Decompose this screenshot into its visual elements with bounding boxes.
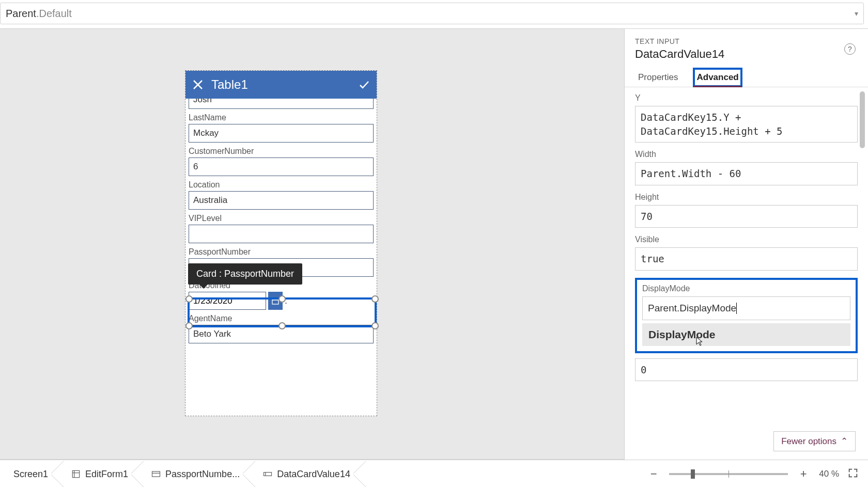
autocomplete-item[interactable]: DisplayMode: [642, 323, 850, 346]
edit-form: Table1 LastName CustomerNumber Location: [185, 70, 377, 416]
lastname-input[interactable]: [189, 124, 374, 143]
cursor-icon: [696, 337, 703, 348]
prop-label-height: Height: [635, 193, 858, 202]
viplevel-input[interactable]: [189, 225, 374, 243]
zoom-in-button[interactable]: +: [796, 467, 811, 481]
zoom-out-button[interactable]: −: [646, 467, 661, 481]
customernumber-label: CustomerNumber: [189, 147, 374, 156]
fewer-options-button[interactable]: Fewer options ⌃: [773, 431, 856, 451]
crumb-screen[interactable]: Screen1: [0, 460, 57, 488]
svg-rect-2: [152, 471, 160, 477]
properties-pane: TEXT INPUT DataCardValue14 ? Properties …: [624, 28, 868, 460]
customernumber-input[interactable]: [189, 158, 374, 176]
prop-value-y[interactable]: DataCardKey15.Y + DataCardKey15.Height +…: [635, 106, 858, 143]
zoom-label: 40 %: [819, 469, 839, 479]
calendar-icon[interactable]: [268, 292, 283, 310]
help-icon[interactable]: ?: [844, 43, 856, 55]
location-label: Location: [189, 180, 374, 190]
prop-label-width: Width: [635, 150, 858, 159]
crumb-form[interactable]: EditForm1: [57, 460, 137, 488]
prop-value-extra[interactable]: 0: [635, 358, 858, 382]
lastname-label: LastName: [189, 113, 374, 122]
viplevel-label: VIPLevel: [189, 214, 374, 223]
form-title-bar: Table1: [185, 71, 377, 99]
prop-value-visible[interactable]: true: [635, 247, 858, 271]
firstname-input[interactable]: [189, 99, 374, 109]
scrollbar[interactable]: [860, 91, 865, 148]
prop-label-y: Y: [635, 93, 858, 103]
agentname-input[interactable]: [189, 325, 374, 343]
passport-label: PassportNumber: [189, 247, 374, 257]
form-body: LastName CustomerNumber Location VIPLeve…: [185, 99, 377, 416]
datejoined-input[interactable]: [189, 292, 266, 310]
zoom-slider[interactable]: [669, 473, 788, 475]
prop-value-height[interactable]: 70: [635, 205, 858, 228]
card-tooltip: Card : PassportNumber: [188, 263, 302, 285]
svg-rect-1: [72, 470, 79, 477]
agentname-label: AgentName: [189, 314, 374, 323]
time-separator: :: [285, 295, 287, 306]
form-title: Table1: [211, 77, 248, 92]
displaymode-highlight: DisplayMode Parent.DisplayMode DisplayMo…: [635, 278, 858, 353]
zoom-controls: − + 40 %: [646, 467, 859, 481]
chevron-down-icon[interactable]: ▾: [855, 9, 858, 18]
tab-properties[interactable]: Properties: [635, 68, 681, 87]
tab-advanced[interactable]: Advanced: [693, 68, 741, 87]
location-input[interactable]: [189, 191, 374, 210]
prop-value-displaymode[interactable]: Parent.DisplayMode: [642, 296, 850, 320]
check-icon[interactable]: [358, 78, 370, 91]
canvas: Table1 LastName CustomerNumber Location: [0, 28, 624, 460]
chevron-up-icon: ⌃: [841, 436, 848, 447]
fullscreen-icon[interactable]: [847, 467, 859, 481]
control-name: DataCardValue14: [635, 48, 858, 61]
svg-rect-0: [272, 298, 278, 304]
properties-scroll[interactable]: Y DataCardKey15.Y + DataCardKey15.Height…: [625, 87, 868, 427]
prop-value-width[interactable]: Parent.Width - 60: [635, 162, 858, 185]
formula-text: Parent.Default: [6, 7, 72, 20]
status-bar: Screen1 EditForm1 PassportNumbe... DataC…: [0, 460, 868, 488]
prop-label-visible: Visible: [635, 235, 858, 244]
svg-rect-3: [264, 473, 272, 476]
prop-label-displaymode: DisplayMode: [642, 284, 850, 293]
formula-bar[interactable]: Parent.Default ▾: [0, 3, 864, 24]
breadcrumb: Screen1 EditForm1 PassportNumbe... DataC…: [0, 460, 360, 488]
crumb-card[interactable]: PassportNumbe...: [137, 460, 249, 488]
close-icon[interactable]: [192, 78, 204, 91]
control-type: TEXT INPUT: [635, 37, 858, 45]
crumb-control[interactable]: DataCardValue14: [249, 460, 360, 488]
